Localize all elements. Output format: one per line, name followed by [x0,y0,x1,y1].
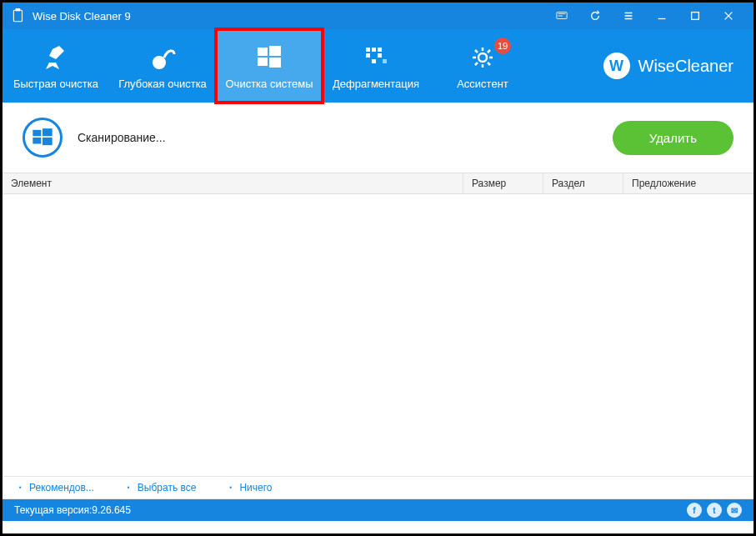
social-icons: f t ✉ [687,503,742,518]
titlebar: Wise Disk Cleaner 9 [3,3,753,29]
col-element[interactable]: Элемент [3,173,463,193]
svg-rect-10 [372,48,376,52]
col-suggestion[interactable]: Предложение [623,173,753,193]
svg-rect-18 [43,128,53,136]
svg-rect-19 [33,138,41,144]
footer-links: Рекомендов... Выбрать все Ничего [3,476,753,499]
maximize-button[interactable] [678,3,712,29]
tab-label: Быстрая очистка [13,78,98,90]
minimize-button[interactable] [645,3,678,29]
svg-rect-1 [16,8,21,11]
tab-label: Ассистент [457,78,508,90]
tab-label: Глубокая очистка [118,78,207,90]
vacuum-icon [148,43,178,73]
link-recommend[interactable]: Рекомендов... [19,482,94,493]
twitter-icon[interactable]: t [707,503,722,518]
assistant-badge: 19 [494,38,511,54]
version-text: Текущая версия:9.26.645 [14,504,131,516]
svg-rect-17 [33,130,41,137]
mail-icon[interactable]: ✉ [727,503,742,518]
statusbar: Текущая версия:9.26.645 f t ✉ [3,499,753,521]
svg-rect-15 [383,59,387,63]
col-partition[interactable]: Раздел [543,173,623,193]
link-select-all[interactable]: Выбрать все [128,482,197,493]
svg-rect-3 [692,13,699,20]
tab-label: Очистка системы [226,78,313,90]
scan-status-icon [23,118,63,158]
facebook-icon[interactable]: f [687,503,702,518]
table-header: Элемент Размер Раздел Предложение [3,173,753,194]
svg-rect-20 [43,138,53,145]
brand-text: WiseCleaner [638,57,733,76]
windows-icon [254,43,284,73]
brand[interactable]: W WiseCleaner [603,29,753,103]
brand-logo-icon: W [603,53,630,79]
svg-rect-11 [378,48,382,52]
broom-icon [41,43,71,73]
svg-rect-9 [366,48,370,52]
tab-quick-clean[interactable]: Быстрая очистка [3,29,109,103]
app-title: Wise Disk Cleaner 9 [33,10,545,23]
link-none[interactable]: Ничего [229,482,272,493]
delete-button[interactable]: Удалить [613,121,733,155]
svg-rect-14 [372,59,376,63]
svg-rect-8 [269,58,281,68]
status-text: Сканирование... [78,131,598,144]
svg-rect-0 [13,10,22,22]
defrag-icon [361,43,391,73]
close-button[interactable] [712,3,745,29]
tab-deep-clean[interactable]: Глубокая очистка [109,29,216,103]
tab-defrag[interactable]: Дефрагментация [323,29,429,103]
refresh-icon[interactable] [578,3,612,29]
feedback-icon[interactable] [545,3,578,29]
gear-icon [468,43,498,73]
svg-rect-5 [258,48,268,56]
svg-rect-13 [378,53,382,58]
status-row: Сканирование... Удалить [3,103,753,173]
menu-icon[interactable] [612,3,645,29]
svg-point-16 [478,53,487,62]
tab-label: Дефрагментация [333,78,419,90]
svg-rect-7 [258,58,268,66]
app-icon [11,8,26,23]
tab-assistant[interactable]: Ассистент 19 [429,29,536,103]
tab-system-clean[interactable]: Очистка системы [216,29,323,103]
main-toolbar: Быстрая очистка Глубокая очистка Очистка… [3,29,753,103]
col-size[interactable]: Размер [463,173,543,193]
svg-rect-12 [366,53,370,58]
table-body [3,194,753,476]
svg-point-4 [153,56,166,69]
svg-rect-6 [269,46,281,56]
